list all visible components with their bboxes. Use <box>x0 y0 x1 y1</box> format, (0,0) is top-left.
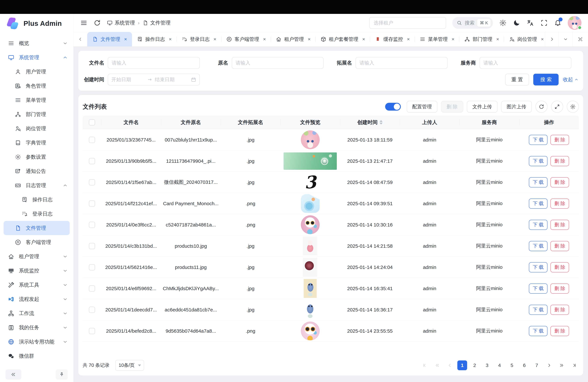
file-upload-button[interactable]: 文件上传 <box>467 101 498 113</box>
jump-back-button[interactable] <box>433 361 442 370</box>
preview-image[interactable] <box>284 152 337 170</box>
sidebar-item-flow-start[interactable]: 流程发起 <box>0 292 73 306</box>
delete-button[interactable]: 删 除 <box>550 220 569 230</box>
download-button[interactable]: 下 载 <box>529 177 547 187</box>
column-header[interactable]: 上传人 <box>400 116 460 129</box>
preview-image[interactable] <box>302 300 318 319</box>
row-checkbox[interactable] <box>89 158 95 164</box>
sidebar-collapse-button[interactable] <box>5 369 21 380</box>
close-icon[interactable]: × <box>263 36 266 42</box>
row-checkbox[interactable] <box>89 243 95 249</box>
image-upload-button[interactable]: 图片上传 <box>501 101 532 113</box>
sort-icon[interactable] <box>379 120 382 125</box>
preview-image[interactable] <box>301 130 320 149</box>
config-management-button[interactable]: 配置管理 <box>407 101 437 113</box>
tenant-select-input[interactable] <box>369 17 446 29</box>
close-icon[interactable]: × <box>407 36 410 42</box>
fullscreen-icon[interactable] <box>540 19 548 27</box>
sidebar-item-workflow[interactable]: 工作流 <box>0 306 73 320</box>
jump-forward-button[interactable] <box>557 361 567 370</box>
next-page-button[interactable] <box>544 361 554 370</box>
column-header[interactable]: 文件预览 <box>280 116 340 129</box>
download-button[interactable]: 下 载 <box>529 326 547 336</box>
close-icon[interactable]: × <box>452 36 455 42</box>
select-all-checkbox[interactable] <box>89 119 95 126</box>
sidebar-item-login-log[interactable]: 登录日志 <box>0 207 73 221</box>
tab-login-log[interactable]: 登录日志× <box>177 32 221 46</box>
provider-input[interactable] <box>480 57 571 69</box>
notifications-button[interactable] <box>554 19 562 27</box>
tab-tenant-package[interactable]: 租户套餐管理× <box>315 32 370 46</box>
row-checkbox[interactable] <box>89 285 95 292</box>
delete-button[interactable]: 删 除 <box>550 135 569 145</box>
sidebar-item-operation-log[interactable]: 操作日志 <box>0 192 73 207</box>
sidebar-item-tenant-management[interactable]: 租户管理 <box>0 249 73 264</box>
sidebar-item-client-management[interactable]: 客户端管理 <box>0 235 73 249</box>
column-header[interactable]: 文件拓展名 <box>221 116 280 129</box>
content-fullscreen-button[interactable] <box>572 32 588 46</box>
column-header[interactable]: 文件名 <box>101 116 161 129</box>
preview-image[interactable] <box>301 194 320 213</box>
sidebar-item-param-settings[interactable]: 参数设置 <box>0 150 73 164</box>
preview-image[interactable] <box>301 215 320 234</box>
sidebar-item-my-tasks[interactable]: 我的任务 <box>0 320 73 335</box>
list-view-toggle[interactable] <box>385 103 401 111</box>
preview-image[interactable] <box>301 321 320 340</box>
tab-file-management[interactable]: 文件管理× <box>87 32 132 46</box>
preview-image[interactable] <box>304 279 317 298</box>
original-name-input[interactable] <box>232 57 324 69</box>
extension-input[interactable] <box>356 57 447 69</box>
delete-button[interactable]: 删 除 <box>441 101 463 113</box>
close-icon[interactable]: × <box>213 36 216 42</box>
close-icon[interactable]: × <box>496 36 499 42</box>
delete-button[interactable]: 删 除 <box>550 262 569 272</box>
settings-gear-icon[interactable] <box>499 19 507 27</box>
download-button[interactable]: 下 载 <box>529 220 547 230</box>
sidebar-item-user-management[interactable]: 用户管理 <box>0 64 73 79</box>
delete-button[interactable]: 删 除 <box>550 241 569 251</box>
tab-dept-management[interactable]: 部门管理× <box>459 32 504 46</box>
page-5-button[interactable]: 5 <box>507 361 517 370</box>
page-2-button[interactable]: 2 <box>470 361 480 370</box>
sidebar-item-overview[interactable]: 概览 <box>0 36 73 50</box>
column-header[interactable]: 创建时间 <box>340 116 400 129</box>
collapse-filters-link[interactable]: 收起 <box>563 76 579 83</box>
sidebar-item-dept-management[interactable]: 部门管理 <box>0 107 73 121</box>
tab-client-management[interactable]: 客户端管理× <box>221 32 271 46</box>
sidebar-item-menu-management[interactable]: 菜单管理 <box>0 93 73 107</box>
language-translate-icon[interactable] <box>526 19 534 27</box>
reset-button[interactable]: 重 置 <box>505 74 529 85</box>
page-3-button[interactable]: 3 <box>482 361 492 370</box>
row-checkbox[interactable] <box>89 200 95 207</box>
user-avatar[interactable] <box>568 16 582 30</box>
sidebar-item-demo-features[interactable]: 演示站专用功能 <box>0 335 73 349</box>
refresh-page-icon[interactable] <box>93 19 101 27</box>
sidebar-item-log-management[interactable]: 日志管理 <box>0 178 73 192</box>
row-checkbox[interactable] <box>89 264 95 270</box>
row-checkbox[interactable] <box>89 328 95 334</box>
tab-menu-management[interactable]: 菜单管理× <box>415 32 460 46</box>
breadcrumb-item[interactable]: 系统管理 <box>107 20 135 26</box>
column-header[interactable]: 服务商 <box>460 116 519 129</box>
date-range-input[interactable]: 开始日期 结束日期 <box>108 74 200 85</box>
first-page-button[interactable] <box>420 361 430 370</box>
tabs-dropdown-button[interactable] <box>559 32 572 46</box>
delete-button[interactable]: 删 除 <box>550 326 569 336</box>
sidebar-item-system-tools[interactable]: 系统工具 <box>0 278 73 292</box>
sidebar-item-dict-management[interactable]: 字典管理 <box>0 136 73 150</box>
close-icon[interactable]: × <box>362 36 365 42</box>
page-4-button[interactable]: 4 <box>495 361 504 370</box>
prev-page-button[interactable] <box>445 361 455 370</box>
search-button[interactable]: 搜 索 <box>533 74 559 85</box>
tab-post-management[interactable]: 岗位管理× <box>504 32 545 46</box>
file-name-input[interactable] <box>108 57 200 69</box>
column-header[interactable]: 文件原名 <box>161 116 221 129</box>
download-button[interactable]: 下 载 <box>529 241 547 251</box>
download-button[interactable]: 下 载 <box>529 305 547 315</box>
dark-mode-moon-icon[interactable] <box>513 19 520 27</box>
page-7-button[interactable]: 7 <box>532 361 542 370</box>
column-settings-button[interactable] <box>567 101 579 113</box>
download-button[interactable]: 下 载 <box>529 262 547 272</box>
page-size-select[interactable]: 10条/页 <box>115 360 144 371</box>
tab-operation-log[interactable]: 操作日志× <box>132 32 177 46</box>
